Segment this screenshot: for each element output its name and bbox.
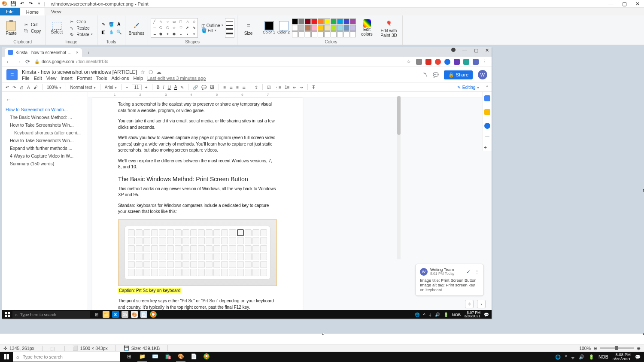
calendar-icon[interactable] xyxy=(484,95,490,101)
palette-swatch[interactable] xyxy=(318,31,324,37)
outline-item[interactable]: Summary (150 words) xyxy=(6,160,84,167)
align-center-button[interactable]: ≣ xyxy=(229,85,233,90)
ext-icon-2[interactable] xyxy=(425,59,431,65)
menu-view[interactable]: View xyxy=(46,76,57,81)
store-taskbar-icon[interactable]: 🛍️ xyxy=(163,352,173,362)
color-2-slot[interactable]: Color 2 xyxy=(277,18,290,38)
search-box[interactable]: ⌕ Type here to search xyxy=(13,352,120,362)
inner-search-box[interactable]: ⌕ Type here to search xyxy=(12,311,90,318)
palette-swatch[interactable] xyxy=(311,31,317,37)
bold-button[interactable]: B xyxy=(157,85,160,90)
editing-mode-dropdown[interactable]: ✎Editing▾ xyxy=(457,85,480,90)
palette-swatch[interactable] xyxy=(324,18,330,24)
store-icon[interactable]: 🛍 xyxy=(122,311,128,318)
palette-swatch[interactable] xyxy=(343,31,349,37)
zoom-in-button[interactable]: ⊕ xyxy=(637,346,641,351)
move-document-icon[interactable]: ⬡ xyxy=(149,69,153,75)
docs-redo-button[interactable]: ↷ xyxy=(12,85,16,90)
palette-swatch[interactable] xyxy=(292,31,298,37)
collapse-toolbar-button[interactable]: ^ xyxy=(486,85,488,90)
ext-icon-6[interactable] xyxy=(463,59,469,65)
bulleted-list-button[interactable]: ⋮≡ xyxy=(274,85,281,90)
font-size-decrease[interactable]: − xyxy=(126,85,128,90)
inner-start-button[interactable] xyxy=(2,310,12,319)
last-edit-label[interactable]: Last edit was 3 minutes ago xyxy=(147,76,206,81)
palette-swatch[interactable] xyxy=(318,18,324,24)
palette-swatch[interactable] xyxy=(305,18,311,24)
contacts-icon[interactable] xyxy=(485,137,489,137)
side-panel-toggle[interactable]: › xyxy=(477,300,486,308)
clear-formatting-button[interactable]: T xyxy=(312,85,315,90)
menu-format[interactable]: Format xyxy=(77,76,92,81)
fill-tool[interactable]: 🪣 xyxy=(108,21,115,27)
palette-swatch[interactable] xyxy=(298,18,304,24)
indent-increase-button[interactable]: ⇥ xyxy=(300,85,303,90)
paint-canvas-area[interactable]: Kinsta - how to screenshot on w × + — ▢ … xyxy=(0,45,644,334)
menu-insert[interactable]: Insert xyxy=(61,76,73,81)
tab-view[interactable]: View xyxy=(45,8,67,15)
pencil-tool[interactable]: ✎ xyxy=(100,21,107,27)
outline-item[interactable]: The Basic Windows Method: ... xyxy=(6,113,84,121)
tab-home[interactable]: Home xyxy=(20,8,45,15)
battery-tray-icon[interactable]: 🔋 xyxy=(589,354,594,360)
zoom-out-button[interactable]: ⊖ xyxy=(593,346,597,351)
outline-item[interactable]: 4 Ways to Capture Video in W... xyxy=(6,152,84,160)
shape-fill-button[interactable]: 🪣Fill ▾ xyxy=(201,28,223,33)
palette-swatch[interactable] xyxy=(311,25,317,31)
docs-undo-button[interactable]: ↶ xyxy=(6,85,9,90)
palette-swatch[interactable] xyxy=(331,31,337,37)
indent-decrease-button[interactable]: ⇤ xyxy=(293,85,296,90)
ext-icon-1[interactable] xyxy=(416,59,422,65)
italic-button[interactable]: I xyxy=(163,85,164,90)
activity-icon[interactable]: 〽 xyxy=(423,72,428,77)
explore-button[interactable]: ✧ xyxy=(465,300,474,308)
new-tab-button[interactable]: + xyxy=(85,49,92,57)
palette-swatch[interactable] xyxy=(337,18,343,24)
undo-icon[interactable]: ↶ xyxy=(19,1,25,7)
lang-indicator[interactable]: NOB xyxy=(598,354,608,359)
outline-item[interactable]: Expand with further methods ... xyxy=(6,144,84,152)
brushes-button[interactable]: 🖌️ Brushes xyxy=(128,21,145,36)
palette-swatch[interactable] xyxy=(292,18,298,24)
palette-swatch[interactable] xyxy=(337,25,343,31)
task-view-button[interactable]: ⊞ xyxy=(125,352,134,362)
numbered-list-button[interactable]: 1≡ xyxy=(285,85,289,90)
highlight-button[interactable]: ✎ xyxy=(180,85,184,90)
outline-item[interactable]: How to Screenshot on Windo... xyxy=(2,106,84,113)
weather-icon[interactable]: 🌐 xyxy=(415,312,420,317)
palette-swatch[interactable] xyxy=(324,31,330,37)
font-size-increase[interactable]: + xyxy=(145,85,148,90)
palette-swatch[interactable] xyxy=(331,18,337,24)
style-dropdown[interactable]: Normal text▾ xyxy=(70,85,96,90)
ext-icon-3[interactable] xyxy=(435,59,441,65)
paste-button[interactable]: Paste xyxy=(3,21,20,36)
meet-now-icon[interactable]: 🌐 xyxy=(555,354,561,360)
align-justify-button[interactable]: ≣ xyxy=(242,85,246,90)
align-right-button[interactable]: ≡ xyxy=(236,85,239,90)
star-icon[interactable]: ☆ xyxy=(407,59,413,65)
palette-swatch[interactable] xyxy=(337,31,343,37)
palette-swatch[interactable] xyxy=(298,25,304,31)
task-view-icon[interactable]: ⊞ xyxy=(93,311,100,318)
zoom-dropdown[interactable]: 100%▾ xyxy=(47,85,61,90)
ruler[interactable]: 1234567 xyxy=(88,92,492,98)
close-button[interactable]: ✕ xyxy=(635,1,640,7)
keep-icon[interactable] xyxy=(484,109,490,115)
chrome-taskbar-icon[interactable] xyxy=(202,352,211,362)
canvas-handle-bottom[interactable] xyxy=(322,333,324,335)
text-tool[interactable]: A xyxy=(115,21,122,27)
stroke-width-gallery[interactable] xyxy=(225,18,234,38)
chrome-close-button[interactable]: ✕ xyxy=(485,48,489,53)
user-avatar[interactable]: W xyxy=(478,70,487,79)
font-dropdown[interactable]: Arial▾ xyxy=(105,85,117,90)
paint-task-icon[interactable]: 🎨 xyxy=(131,311,138,318)
vertical-scrollbar[interactable] xyxy=(397,96,401,259)
magnifier-tool[interactable]: 🔍 xyxy=(115,28,122,35)
palette-swatch[interactable] xyxy=(305,25,311,31)
select-button[interactable]: Select xyxy=(48,22,65,34)
mail-taskbar-icon[interactable]: ✉️ xyxy=(150,352,160,362)
insert-link-button[interactable]: 🔗 xyxy=(193,85,198,90)
picker-tool[interactable]: 💧 xyxy=(108,28,115,35)
ext-icon-4[interactable] xyxy=(444,59,450,65)
paint-taskbar-icon[interactable]: 🎨 xyxy=(176,352,185,362)
